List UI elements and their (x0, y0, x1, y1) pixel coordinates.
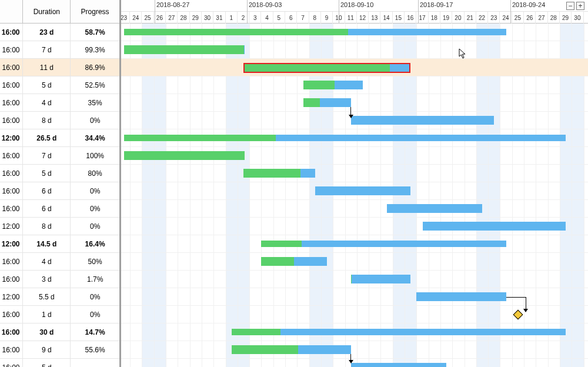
col-time[interactable] (0, 0, 23, 23)
day-label: 14 (380, 12, 392, 24)
cell-progress: 80% (71, 165, 119, 182)
table-row[interactable]: 16:001 d0% (0, 306, 119, 323)
table-row[interactable]: 16:005 d (0, 359, 119, 367)
week-label: 2018-08-27 (156, 1, 189, 8)
task-bar[interactable] (124, 45, 245, 54)
task-bar[interactable] (124, 151, 245, 160)
cell-duration: 4 d (23, 94, 71, 111)
cell-progress: 55.6% (71, 341, 119, 358)
day-label: 31 (213, 12, 225, 24)
cell-progress: 100% (71, 147, 119, 164)
table-row[interactable]: 12:0014.5 d16.4% (0, 235, 119, 253)
cell-duration: 8 d (23, 112, 71, 129)
cell-duration: 26.5 d (23, 129, 71, 146)
cell-progress: 86.9% (71, 59, 119, 76)
table-row[interactable]: 16:0030 d14.7% (0, 323, 119, 341)
zoom-controls: − + (566, 2, 584, 10)
day-label: 29 (190, 12, 202, 24)
week-label: 2018-09-24 (512, 1, 545, 8)
table-row[interactable]: 16:006 d0% (0, 200, 119, 218)
table-row[interactable]: 16:0023 d58.7% (0, 24, 119, 41)
cell-progress: 0% (71, 218, 119, 235)
table-row[interactable]: 16:008 d0% (0, 112, 119, 129)
zoom-out-button[interactable]: − (566, 2, 574, 10)
summary-bar[interactable] (124, 29, 506, 35)
zoom-in-button[interactable]: + (576, 2, 584, 10)
day-label: 30 (572, 12, 583, 24)
day-label: 24 (130, 12, 142, 24)
cell-progress: 35% (71, 94, 119, 111)
task-bar[interactable] (351, 275, 411, 283)
cell-progress: 16.4% (71, 235, 119, 252)
summary-bar[interactable] (261, 241, 506, 247)
table-row[interactable]: 16:003 d1.7% (0, 271, 119, 288)
cell-progress: 0% (71, 200, 119, 217)
task-bar[interactable] (351, 363, 446, 367)
week-label: 2018-09-17 (420, 1, 453, 8)
col-progress[interactable]: Progress (71, 0, 119, 23)
day-label: 15 (393, 12, 405, 24)
task-bar[interactable] (303, 81, 363, 89)
cell-duration: 5.5 d (23, 288, 71, 305)
table-row[interactable]: 16:007 d100% (0, 147, 119, 165)
grid-header: Duration Progress (0, 0, 119, 24)
day-label: 3 (249, 12, 261, 24)
day-label: 26 (154, 12, 166, 24)
task-bar[interactable] (243, 63, 410, 73)
summary-bar[interactable] (124, 135, 566, 141)
summary-bar[interactable] (232, 329, 566, 335)
task-bar[interactable] (416, 292, 506, 301)
day-label: 25 (512, 12, 524, 24)
task-bar[interactable] (232, 345, 351, 354)
table-row[interactable]: 12:008 d0% (0, 218, 119, 235)
day-label: 19 (440, 12, 452, 24)
table-row[interactable]: 12:005.5 d0% (0, 288, 119, 306)
day-label: 29 (560, 12, 572, 24)
table-row[interactable]: 16:006 d0% (0, 182, 119, 200)
table-row[interactable]: 16:005 d52.5% (0, 76, 119, 94)
task-bar[interactable] (351, 116, 495, 125)
cell-time: 16:00 (0, 253, 23, 270)
cell-time: 16:00 (0, 182, 23, 199)
table-row[interactable]: 16:0011 d86.9% (0, 59, 119, 76)
cell-progress (71, 359, 119, 367)
day-label: 18 (429, 12, 440, 24)
col-duration[interactable]: Duration (23, 0, 71, 23)
cell-time: 12:00 (0, 235, 23, 252)
task-bar[interactable] (261, 257, 327, 266)
day-label: 16 (405, 12, 416, 24)
table-row[interactable]: 16:007 d99.3% (0, 41, 119, 59)
cell-duration: 8 d (23, 218, 71, 235)
day-label: 20 (452, 12, 464, 24)
cell-duration: 14.5 d (23, 235, 71, 252)
task-bar[interactable] (315, 186, 410, 195)
cell-time: 16:00 (0, 112, 23, 129)
cell-time: 16:00 (0, 359, 23, 367)
cell-duration: 4 d (23, 253, 71, 270)
day-label: 24 (500, 12, 512, 24)
table-row[interactable]: 16:004 d35% (0, 94, 119, 112)
cell-time: 12:00 (0, 218, 23, 235)
day-label: 11 (345, 12, 357, 24)
day-label: 30 (202, 12, 213, 24)
cell-duration: 6 d (23, 200, 71, 217)
gantt-area[interactable] (121, 24, 588, 367)
cell-time: 16:00 (0, 306, 23, 323)
cell-time: 16:00 (0, 323, 23, 341)
task-bar[interactable] (243, 169, 315, 178)
task-bar[interactable] (423, 222, 566, 231)
day-label: 28 (178, 12, 189, 24)
table-row[interactable]: 16:004 d50% (0, 253, 119, 271)
cell-duration: 7 d (23, 147, 71, 164)
cell-progress: 50% (71, 253, 119, 270)
table-row[interactable]: 16:005 d80% (0, 165, 119, 182)
day-label: 13 (369, 12, 380, 24)
day-label: 9 (321, 12, 333, 24)
table-row[interactable]: 16:009 d55.6% (0, 341, 119, 359)
table-row[interactable]: 12:0026.5 d34.4% (0, 129, 119, 147)
cell-duration: 5 d (23, 359, 71, 367)
task-bar[interactable] (303, 98, 351, 107)
gantt-chart[interactable]: − + 2018-08-272018-09-032018-09-102018-0… (121, 0, 588, 367)
task-bar[interactable] (387, 204, 482, 213)
day-label: 12 (357, 12, 369, 24)
